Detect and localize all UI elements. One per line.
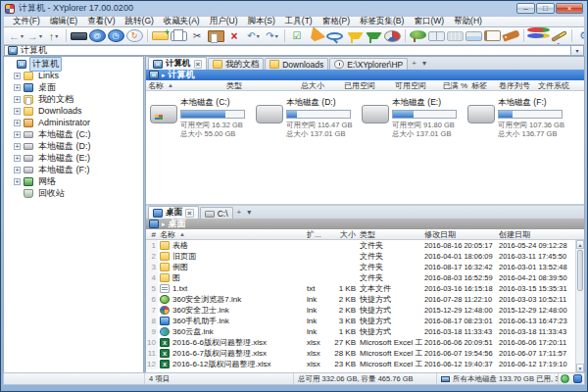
paste-icon[interactable] xyxy=(208,30,224,42)
file-row[interactable]: 4 图 文件夹 2016-08-03 16:52:59 2016-04-21 0… xyxy=(146,272,584,283)
thumbnails-icon[interactable] xyxy=(447,31,464,41)
expander[interactable]: + xyxy=(14,73,21,79)
status-ok-icon[interactable] xyxy=(561,374,569,383)
column-header[interactable]: 可用空间 xyxy=(377,80,428,90)
monitor-icon[interactable] xyxy=(71,32,87,40)
up-icon[interactable]: ↑▾ xyxy=(45,28,62,44)
column-header[interactable]: 名称▲ xyxy=(146,80,224,90)
menu-item[interactable]: 脚本(S) xyxy=(242,16,279,27)
new-tab-button[interactable]: + xyxy=(409,59,419,68)
column-header[interactable]: 标签 xyxy=(469,80,497,90)
tab-drive-c-root[interactable]: C:\ xyxy=(200,207,233,219)
column-header[interactable]: # xyxy=(146,229,158,239)
menu-item[interactable]: 收藏夹(A) xyxy=(159,16,205,27)
address-input[interactable]: 计算机 xyxy=(4,45,571,56)
menu-item[interactable]: 编辑(E) xyxy=(45,16,82,27)
search-icon[interactable] xyxy=(326,32,343,40)
bottom-breadcrumb[interactable]: ▸ 桌面 xyxy=(146,219,584,229)
color-filters-icon[interactable] xyxy=(527,27,544,32)
tab-xyplorer-hp[interactable]: E:\XYplorer\HP xyxy=(329,58,408,70)
tab-downloads[interactable]: Downloads xyxy=(265,58,328,70)
tab-documents[interactable]: 我的文档 xyxy=(208,58,264,70)
tree-item-drive-c[interactable]: + 本地磁盘 (C:) xyxy=(4,128,143,140)
file-row[interactable]: 3 例图 文件夹 2016-08-17 16:32:42 2016-03-01 … xyxy=(146,262,584,272)
file-row[interactable]: 7 360安全卫士.lnk lnk 2 KB 快捷方式 2015-12-29 1… xyxy=(146,305,584,316)
file-row[interactable]: 12 2016-6-12版权问题整理.xlsx xlsx 23 KB Micro… xyxy=(146,359,584,369)
toolbar-button[interactable] xyxy=(284,29,285,42)
menu-item[interactable]: 查看(V) xyxy=(82,16,120,27)
scrollbar[interactable]: ▲ ▼ xyxy=(575,240,584,372)
delete-icon[interactable]: × xyxy=(226,28,243,44)
tree-item-computer[interactable]: 计算机 xyxy=(4,58,143,70)
column-header[interactable]: 类型 xyxy=(358,229,422,239)
new-folder-icon[interactable] xyxy=(152,31,169,40)
menu-item[interactable]: 标签页集(B) xyxy=(355,16,409,27)
file-row[interactable]: 10 2016-6-6版权问题整理.xlsx xlsx 27 KB Micros… xyxy=(146,337,584,348)
tab-close-icon[interactable]: × xyxy=(194,60,203,69)
expander[interactable]: + xyxy=(14,167,21,173)
highlight-brush-icon[interactable]: ▾ xyxy=(551,30,567,42)
file-row[interactable]: 9 360云盘.lnk lnk 1 KB 快捷方式 2016-03-18 11:… xyxy=(146,326,584,337)
tree-item-downloads[interactable]: + Downloads xyxy=(4,105,143,117)
folder-tree-icon[interactable] xyxy=(410,30,426,39)
column-header[interactable]: 扩... xyxy=(305,229,326,239)
menu-item[interactable]: 跳转(G) xyxy=(121,16,159,27)
menu-item[interactable]: 工具(T) xyxy=(280,16,318,27)
column-header[interactable]: 修改日期 xyxy=(422,229,497,239)
expander[interactable]: + xyxy=(14,143,21,150)
undo-icon[interactable]: ↶▾ xyxy=(245,28,262,44)
tab-list-button[interactable]: ▾ xyxy=(244,208,254,217)
filter-yellow-icon[interactable] xyxy=(347,32,364,39)
tab-list-button[interactable]: ▾ xyxy=(419,59,429,68)
tree-item-drive-d[interactable]: + 本地磁盘 (D:) xyxy=(4,140,143,152)
menu-item[interactable]: 窗格(P) xyxy=(318,16,355,27)
new-tab-button[interactable]: + xyxy=(234,208,245,217)
expander[interactable]: + xyxy=(14,108,21,115)
expander[interactable]: + xyxy=(14,84,21,91)
top-breadcrumb[interactable]: ▸ 计算机 xyxy=(146,70,584,80)
dual-pane-icon[interactable] xyxy=(428,31,445,41)
column-header[interactable]: 名称▲ xyxy=(158,229,305,239)
pie-slice-icon[interactable] xyxy=(306,27,325,45)
horizontal-split-icon[interactable] xyxy=(466,31,482,41)
tree-item-administrator[interactable]: + Administrator xyxy=(4,117,143,128)
tree-item-recycle-bin[interactable]: 回收站 xyxy=(4,187,143,199)
tree-item-documents[interactable]: + 我的文档 xyxy=(4,93,143,105)
drive-tile[interactable]: 本地磁盘 (C:) 可用空间 16.32 GB 总大小 55.00 GB xyxy=(148,97,254,138)
filter-green-icon[interactable]: ▾ xyxy=(366,32,382,39)
file-row[interactable]: 8 360手机助手.lnk lnk 3 KB 快捷方式 2016-08-17 0… xyxy=(146,316,584,326)
back-icon[interactable]: ←▾ xyxy=(8,28,24,44)
copy-icon[interactable] xyxy=(171,31,187,41)
notes-icon[interactable] xyxy=(484,30,501,41)
menu-item[interactable]: 文件(F) xyxy=(8,16,45,27)
checkbox-select-icon[interactable]: ☑ xyxy=(289,28,306,44)
hotlist-icon[interactable]: @ xyxy=(89,29,106,42)
column-header[interactable]: 总大小 xyxy=(277,80,326,90)
toolbar-button[interactable] xyxy=(66,29,67,42)
expander[interactable]: + xyxy=(14,178,21,185)
drive-tile[interactable]: 本地磁盘 (D:) 可用空间 116.47 GB 总大小 137.01 GB xyxy=(254,97,360,138)
toolbar-button[interactable] xyxy=(571,29,572,42)
file-row[interactable]: 5 1.txt txt 1 KB 文本文件 2016-03-16 16:15:1… xyxy=(146,283,584,294)
file-row[interactable]: 1 表格 文件夹 2016-08-16 20:05:17 2016-05-24 … xyxy=(146,240,584,251)
column-header[interactable]: 创建日期 xyxy=(497,229,571,239)
expander[interactable]: + xyxy=(14,96,21,103)
recent-locations-icon[interactable]: ◷ xyxy=(108,29,124,42)
drive-tile[interactable]: 本地磁盘 (F:) 可用空间 107.36 GB 总大小 136.77 GB xyxy=(466,97,571,138)
file-row[interactable]: 2 旧页面 文件夹 2016-04-01 18:06:09 2016-03-11… xyxy=(146,251,584,262)
tree-item-drive-e[interactable]: + 本地磁盘 (E:) xyxy=(4,152,143,164)
expander[interactable]: + xyxy=(14,120,21,126)
column-header[interactable]: 大小 xyxy=(326,229,358,239)
menu-item[interactable]: 帮助(H) xyxy=(449,16,487,27)
address-dropdown-button[interactable]: ▾ xyxy=(571,45,584,56)
file-row[interactable]: 6 360安全浏览器7.lnk lnk 2 KB 快捷方式 2016-07-28… xyxy=(146,294,584,305)
menu-item[interactable]: 用户(U) xyxy=(205,16,243,27)
tree-item-drive-f[interactable]: + 本地磁盘 (F:) xyxy=(4,164,143,175)
expander[interactable]: + xyxy=(14,155,21,162)
file-row[interactable]: 11 2016-6-7版权问题整理.xlsx xlsx 28 KB Micros… xyxy=(146,348,584,359)
toolbar-button[interactable] xyxy=(523,29,524,42)
redo-icon[interactable]: ↷▾ xyxy=(264,28,280,44)
tab-close-icon[interactable]: × xyxy=(185,209,194,218)
column-header[interactable]: 已用空间 xyxy=(326,80,377,90)
forward-icon[interactable]: →▾ xyxy=(26,28,43,44)
